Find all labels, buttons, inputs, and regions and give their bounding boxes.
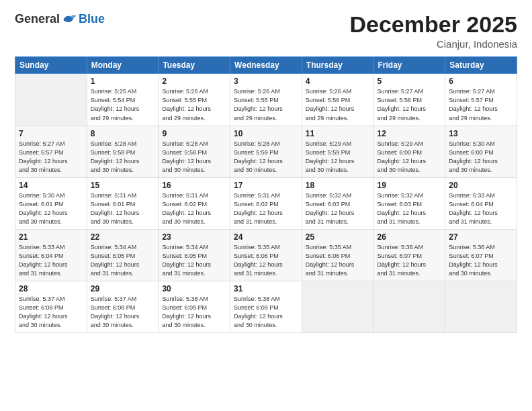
calendar-cell: 31Sunrise: 5:38 AM Sunset: 6:09 PM Dayli… (230, 281, 302, 333)
day-info: Sunrise: 5:35 AM Sunset: 6:06 PM Dayligh… (306, 243, 370, 278)
day-number: 9 (162, 129, 226, 138)
day-number: 31 (234, 284, 298, 293)
calendar-cell: 24Sunrise: 5:35 AM Sunset: 6:06 PM Dayli… (230, 229, 302, 281)
day-number: 13 (449, 129, 513, 138)
day-number: 16 (162, 181, 226, 190)
day-number: 23 (162, 232, 226, 242)
month-title: December 2025 (349, 12, 517, 37)
day-info: Sunrise: 5:31 AM Sunset: 6:02 PM Dayligh… (234, 191, 298, 226)
day-info: Sunrise: 5:28 AM Sunset: 5:58 PM Dayligh… (91, 140, 155, 175)
calendar-cell: 8Sunrise: 5:28 AM Sunset: 5:58 PM Daylig… (87, 126, 159, 177)
weekday-header-monday: Monday (87, 57, 159, 74)
calendar-cell: 4Sunrise: 5:26 AM Sunset: 5:56 PM Daylig… (302, 74, 373, 126)
calendar-cell (445, 281, 517, 333)
day-number: 1 (91, 77, 155, 86)
calendar-cell: 9Sunrise: 5:28 AM Sunset: 5:58 PM Daylig… (159, 126, 230, 177)
day-info: Sunrise: 5:38 AM Sunset: 6:09 PM Dayligh… (162, 295, 226, 330)
calendar-cell: 15Sunrise: 5:31 AM Sunset: 6:01 PM Dayli… (87, 177, 159, 229)
calendar-cell: 1Sunrise: 5:25 AM Sunset: 5:54 PM Daylig… (87, 74, 159, 126)
weekday-header-thursday: Thursday (302, 57, 373, 74)
day-info: Sunrise: 5:25 AM Sunset: 5:54 PM Dayligh… (91, 87, 155, 122)
calendar-cell: 14Sunrise: 5:30 AM Sunset: 6:01 PM Dayli… (15, 177, 87, 229)
header: General Blue December 2025 Cianjur, Indo… (15, 12, 517, 50)
calendar-table: SundayMondayTuesdayWednesdayThursdayFrid… (15, 56, 517, 333)
weekday-header-saturday: Saturday (445, 57, 517, 74)
day-number: 25 (306, 232, 370, 242)
day-info: Sunrise: 5:27 AM Sunset: 5:57 PM Dayligh… (449, 87, 513, 122)
day-number: 14 (19, 181, 83, 190)
day-info: Sunrise: 5:28 AM Sunset: 5:58 PM Dayligh… (162, 140, 226, 175)
day-info: Sunrise: 5:31 AM Sunset: 6:01 PM Dayligh… (91, 191, 155, 226)
day-info: Sunrise: 5:32 AM Sunset: 6:03 PM Dayligh… (306, 191, 370, 226)
day-number: 15 (91, 181, 155, 190)
calendar-header-row: SundayMondayTuesdayWednesdayThursdayFrid… (15, 57, 517, 74)
day-number: 29 (91, 284, 155, 293)
weekday-header-wednesday: Wednesday (230, 57, 302, 74)
day-number: 21 (19, 232, 83, 242)
day-info: Sunrise: 5:32 AM Sunset: 6:03 PM Dayligh… (378, 191, 442, 226)
logo-bird-icon (62, 13, 77, 26)
title-area: December 2025 Cianjur, Indonesia (349, 12, 517, 50)
day-info: Sunrise: 5:38 AM Sunset: 6:09 PM Dayligh… (234, 295, 298, 330)
day-info: Sunrise: 5:28 AM Sunset: 5:59 PM Dayligh… (234, 140, 298, 175)
calendar-cell: 23Sunrise: 5:34 AM Sunset: 6:05 PM Dayli… (159, 229, 230, 281)
calendar-cell: 17Sunrise: 5:31 AM Sunset: 6:02 PM Dayli… (230, 177, 302, 229)
day-info: Sunrise: 5:37 AM Sunset: 6:08 PM Dayligh… (91, 295, 155, 330)
calendar-cell: 30Sunrise: 5:38 AM Sunset: 6:09 PM Dayli… (159, 281, 230, 333)
day-number: 17 (234, 181, 298, 190)
calendar-cell: 11Sunrise: 5:29 AM Sunset: 5:59 PM Dayli… (302, 126, 373, 177)
day-info: Sunrise: 5:26 AM Sunset: 5:55 PM Dayligh… (234, 87, 298, 122)
day-number: 5 (378, 77, 442, 86)
day-info: Sunrise: 5:26 AM Sunset: 5:56 PM Dayligh… (306, 87, 370, 122)
logo-general: General (15, 12, 60, 26)
calendar-cell: 3Sunrise: 5:26 AM Sunset: 5:55 PM Daylig… (230, 74, 302, 126)
calendar-week-row: 1Sunrise: 5:25 AM Sunset: 5:54 PM Daylig… (15, 74, 517, 126)
calendar-cell: 25Sunrise: 5:35 AM Sunset: 6:06 PM Dayli… (302, 229, 373, 281)
calendar-cell: 18Sunrise: 5:32 AM Sunset: 6:03 PM Dayli… (302, 177, 373, 229)
day-info: Sunrise: 5:34 AM Sunset: 6:05 PM Dayligh… (162, 243, 226, 278)
day-number: 28 (19, 284, 83, 293)
day-number: 10 (234, 129, 298, 138)
weekday-header-sunday: Sunday (15, 57, 87, 74)
calendar-cell: 10Sunrise: 5:28 AM Sunset: 5:59 PM Dayli… (230, 126, 302, 177)
day-number: 8 (91, 129, 155, 138)
day-info: Sunrise: 5:34 AM Sunset: 6:05 PM Dayligh… (91, 243, 155, 278)
day-number: 27 (449, 232, 513, 242)
day-info: Sunrise: 5:27 AM Sunset: 5:57 PM Dayligh… (19, 140, 83, 175)
calendar-cell: 19Sunrise: 5:32 AM Sunset: 6:03 PM Dayli… (373, 177, 445, 229)
calendar-cell (373, 281, 445, 333)
day-info: Sunrise: 5:30 AM Sunset: 6:01 PM Dayligh… (19, 191, 83, 226)
day-info: Sunrise: 5:30 AM Sunset: 6:00 PM Dayligh… (449, 140, 513, 175)
day-number: 4 (306, 77, 370, 86)
calendar-cell: 21Sunrise: 5:33 AM Sunset: 6:04 PM Dayli… (15, 229, 87, 281)
day-info: Sunrise: 5:31 AM Sunset: 6:02 PM Dayligh… (162, 191, 226, 226)
weekday-header-friday: Friday (373, 57, 445, 74)
calendar-cell: 26Sunrise: 5:36 AM Sunset: 6:07 PM Dayli… (373, 229, 445, 281)
day-info: Sunrise: 5:29 AM Sunset: 6:00 PM Dayligh… (378, 140, 442, 175)
day-number: 19 (378, 181, 442, 190)
calendar-cell: 16Sunrise: 5:31 AM Sunset: 6:02 PM Dayli… (159, 177, 230, 229)
day-info: Sunrise: 5:26 AM Sunset: 5:55 PM Dayligh… (162, 87, 226, 122)
day-number: 22 (91, 232, 155, 242)
location-subtitle: Cianjur, Indonesia (349, 38, 517, 50)
calendar-cell: 5Sunrise: 5:27 AM Sunset: 5:56 PM Daylig… (373, 74, 445, 126)
logo-area: General Blue (15, 12, 105, 26)
day-info: Sunrise: 5:37 AM Sunset: 6:08 PM Dayligh… (19, 295, 83, 330)
day-number: 30 (162, 284, 226, 293)
day-number: 12 (378, 129, 442, 138)
day-number: 26 (378, 232, 442, 242)
calendar-cell: 22Sunrise: 5:34 AM Sunset: 6:05 PM Dayli… (87, 229, 159, 281)
calendar-week-row: 28Sunrise: 5:37 AM Sunset: 6:08 PM Dayli… (15, 281, 517, 333)
calendar-cell: 29Sunrise: 5:37 AM Sunset: 6:08 PM Dayli… (87, 281, 159, 333)
day-number: 11 (306, 129, 370, 138)
day-info: Sunrise: 5:33 AM Sunset: 6:04 PM Dayligh… (449, 191, 513, 226)
logo: General Blue (15, 12, 105, 26)
day-number: 6 (449, 77, 513, 86)
day-number: 20 (449, 181, 513, 190)
calendar-cell: 27Sunrise: 5:36 AM Sunset: 6:07 PM Dayli… (445, 229, 517, 281)
calendar-week-row: 21Sunrise: 5:33 AM Sunset: 6:04 PM Dayli… (15, 229, 517, 281)
day-info: Sunrise: 5:27 AM Sunset: 5:56 PM Dayligh… (378, 87, 442, 122)
day-number: 7 (19, 129, 83, 138)
calendar-cell: 28Sunrise: 5:37 AM Sunset: 6:08 PM Dayli… (15, 281, 87, 333)
calendar-cell (15, 74, 87, 126)
